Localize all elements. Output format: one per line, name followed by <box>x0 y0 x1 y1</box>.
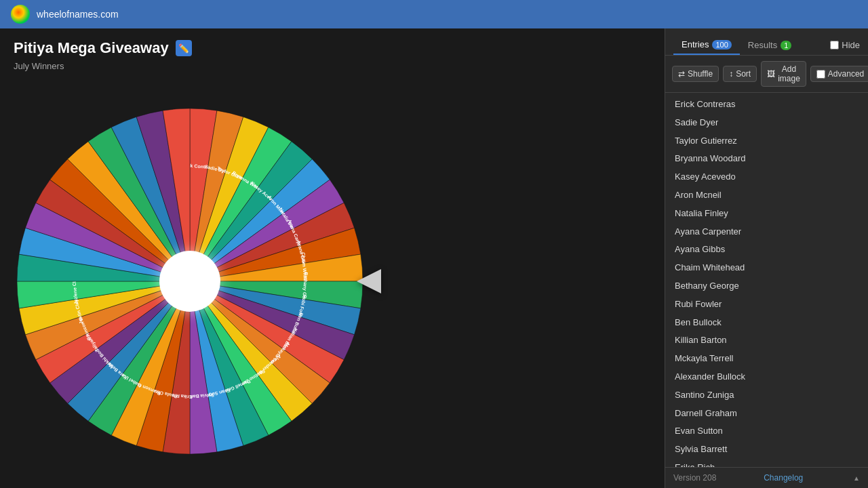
entry-item[interactable]: Ayana Carpenter <box>665 223 868 241</box>
changelog-link[interactable]: Changelog <box>764 473 803 483</box>
entry-item[interactable]: Killian Barton <box>665 331 868 350</box>
shuffle-label: Shuffle <box>688 69 713 79</box>
entry-item[interactable]: Aron Mcneil <box>665 186 868 205</box>
chevron-up-icon[interactable]: ▲ <box>853 474 860 482</box>
image-icon: 🖼 <box>767 69 775 79</box>
entry-item[interactable]: Ayana Gibbs <box>665 241 868 259</box>
title-row: Pitiya Mega Giveaway ✏️ <box>14 39 192 57</box>
add-image-button[interactable]: 🖼 Add image <box>761 61 806 87</box>
wheel-wrapper[interactable]: Erick ContrerasSadie DyerTaylor Gutierre… <box>14 105 366 458</box>
tab-entries-label: Entries <box>682 39 709 49</box>
entry-item[interactable]: Sylvia Barrett <box>665 441 868 459</box>
entry-item[interactable]: Sadie Dyer <box>665 114 868 132</box>
entry-item[interactable]: Alexander Bullock <box>665 368 868 386</box>
hide-label: Hide <box>842 40 860 50</box>
page-title: Pitiya Mega Giveaway <box>14 39 169 57</box>
browser-bar: wheelofnames.com <box>0 0 868 28</box>
hide-checkbox[interactable] <box>830 41 839 49</box>
entry-item[interactable]: Taylor Gutierrez <box>665 132 868 150</box>
tab-entries[interactable]: Entries 100 <box>673 35 740 55</box>
entries-count-badge: 100 <box>712 40 731 49</box>
browser-url: wheelofnames.com <box>37 9 119 20</box>
add-image-label: Add image <box>778 64 800 83</box>
entries-list[interactable]: Erick ContrerasSadie DyerTaylor Gutierre… <box>665 93 868 467</box>
entry-item[interactable]: Rubi Fowler <box>665 296 868 314</box>
main-content: Pitiya Mega Giveaway ✏️ July Winners Eri… <box>0 28 868 488</box>
edit-icon[interactable]: ✏️ <box>176 40 192 56</box>
sort-label: Sort <box>736 69 751 79</box>
wheel-arrow <box>357 269 381 293</box>
sort-icon: ↕ <box>729 69 733 79</box>
version-label: Version 208 <box>673 473 716 483</box>
advanced-button[interactable]: Advanced <box>810 66 868 82</box>
sort-button[interactable]: ↕ Sort <box>723 66 757 82</box>
results-count-badge: 1 <box>781 41 791 50</box>
entry-item[interactable]: Bethany George <box>665 277 868 296</box>
browser-icon <box>11 5 30 24</box>
entry-item[interactable]: Mckayla Terrell <box>665 350 868 368</box>
entry-item[interactable]: Bryanna Woodard <box>665 150 868 168</box>
entry-item[interactable]: Ben Bullock <box>665 314 868 332</box>
entry-item[interactable]: Evan Sutton <box>665 422 868 441</box>
toolbar-row: ⇄ Shuffle ↕ Sort 🖼 Add image Advanced <box>665 56 868 93</box>
tabs-row: Entries 100 Results 1 Hide <box>665 28 868 56</box>
entry-item[interactable]: Chaim Whitehead <box>665 259 868 277</box>
wheel-center <box>159 251 220 312</box>
tab-results-label: Results <box>748 40 777 50</box>
entry-item[interactable]: Kasey Acevedo <box>665 168 868 186</box>
shuffle-icon: ⇄ <box>678 69 685 79</box>
entry-item[interactable]: Natalia Finley <box>665 205 868 223</box>
entry-item[interactable]: Erick Contreras <box>665 96 868 114</box>
subtitle: July Winners <box>14 61 64 71</box>
entry-item[interactable]: Erika Rich <box>665 459 868 467</box>
entry-item[interactable]: Santino Zuniga <box>665 386 868 405</box>
shuffle-button[interactable]: ⇄ Shuffle <box>672 66 719 82</box>
advanced-checkbox[interactable] <box>816 70 825 79</box>
entry-item[interactable]: Darnell Graham <box>665 405 868 423</box>
wheel-container: Erick ContrerasSadie DyerTaylor Gutierre… <box>14 85 366 477</box>
hide-checkbox-container[interactable]: Hide <box>830 40 860 50</box>
left-panel: Pitiya Mega Giveaway ✏️ July Winners Eri… <box>0 28 665 488</box>
advanced-label: Advanced <box>828 69 864 79</box>
version-row: Version 208 Changelog ▲ <box>665 467 868 488</box>
tab-results[interactable]: Results 1 <box>740 36 800 54</box>
right-panel: Entries 100 Results 1 Hide ⇄ Shuffle ↕ S… <box>665 28 868 488</box>
